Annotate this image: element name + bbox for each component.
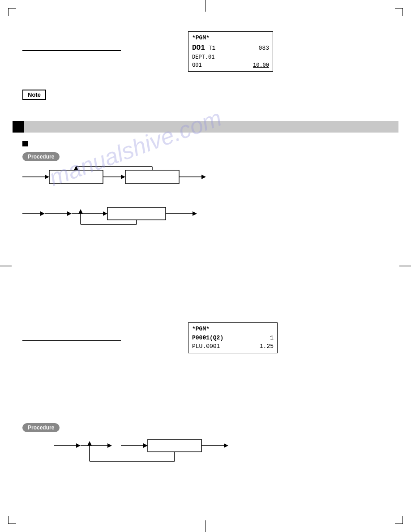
crosshair-bottom-h bbox=[201, 526, 210, 526]
display-line4: G01 10.00 bbox=[192, 61, 269, 69]
display-do1: DO1 bbox=[192, 43, 205, 53]
svg-marker-26 bbox=[76, 443, 81, 448]
note-box: Note bbox=[22, 90, 46, 100]
corner-mark-tr bbox=[395, 8, 403, 16]
section-header bbox=[13, 121, 398, 133]
display2-line3: PLU.0001 1.25 bbox=[192, 342, 274, 351]
corner-mark-br bbox=[395, 516, 403, 524]
bullet-section bbox=[22, 141, 30, 146]
flow-diagram-3 bbox=[54, 437, 322, 472]
svg-marker-15 bbox=[67, 211, 72, 216]
display-pgm: *PGM* bbox=[192, 34, 210, 43]
display-t1: T1 bbox=[209, 43, 216, 53]
svg-rect-2 bbox=[49, 170, 103, 184]
crosshair-right-v bbox=[405, 262, 405, 270]
svg-marker-7 bbox=[201, 175, 206, 179]
display-price: 10.00 bbox=[253, 61, 269, 69]
hline-top bbox=[22, 50, 121, 51]
note-label: Note bbox=[28, 91, 41, 98]
svg-marker-28 bbox=[107, 443, 112, 448]
svg-rect-18 bbox=[107, 207, 166, 220]
section-header-black-square bbox=[13, 121, 24, 133]
display2-plu-code: P0001(Q2) bbox=[192, 334, 223, 343]
corner-mark-bl bbox=[8, 516, 16, 524]
svg-marker-4 bbox=[121, 175, 125, 179]
procedure1-area: Procedure bbox=[22, 152, 60, 161]
svg-marker-13 bbox=[40, 211, 45, 216]
display-box-1: *PGM* DO1 T1 083 DEPT.01 G01 10.00 bbox=[188, 31, 273, 72]
crosshair-top-h bbox=[201, 6, 210, 6]
display-line1: *PGM* bbox=[192, 34, 269, 43]
display2-line2: P0001(Q2) 1 bbox=[192, 334, 274, 343]
display-box-2: *PGM* P0001(Q2) 1 PLU.0001 1.25 bbox=[188, 322, 278, 353]
hline-bottom bbox=[22, 340, 121, 341]
corner-mark-tl bbox=[8, 8, 16, 16]
svg-rect-5 bbox=[125, 170, 179, 184]
flow-diagram-2 bbox=[22, 204, 358, 228]
svg-marker-1 bbox=[45, 175, 49, 179]
crosshair-left-v bbox=[6, 262, 6, 270]
display2-price: 1.25 bbox=[260, 342, 274, 351]
svg-rect-31 bbox=[148, 439, 201, 452]
procedure2-area: Procedure bbox=[22, 423, 60, 432]
crosshair-bottom bbox=[206, 520, 206, 532]
display-line3: DEPT.01 bbox=[192, 53, 269, 61]
svg-marker-24 bbox=[78, 209, 83, 214]
display-line2: DO1 T1 083 bbox=[192, 43, 269, 53]
display-num: 083 bbox=[259, 43, 269, 53]
display2-plu-name: PLU.0001 bbox=[192, 342, 220, 351]
display2-line1: *PGM* bbox=[192, 325, 274, 334]
svg-marker-33 bbox=[224, 443, 228, 448]
svg-marker-17 bbox=[103, 211, 107, 216]
display2-qty: 1 bbox=[270, 334, 274, 343]
svg-marker-30 bbox=[143, 443, 148, 448]
flow-diagram-1 bbox=[22, 166, 358, 193]
procedure2-badge: Procedure bbox=[22, 423, 60, 432]
svg-marker-37 bbox=[87, 441, 92, 446]
procedure1-badge: Procedure bbox=[22, 152, 60, 161]
crosshair-right bbox=[399, 266, 411, 266]
bullet-icon bbox=[22, 141, 28, 146]
display-g01: G01 bbox=[192, 61, 202, 69]
svg-marker-20 bbox=[193, 211, 197, 216]
